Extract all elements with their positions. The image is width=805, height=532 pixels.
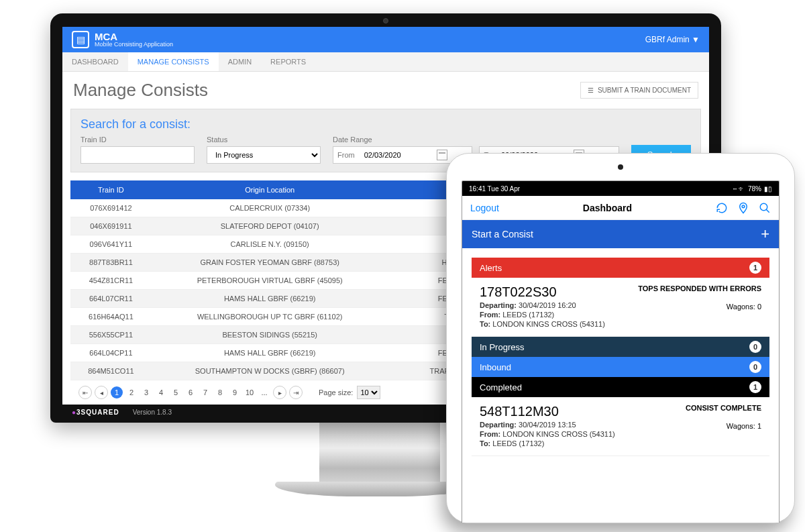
pager-page-7[interactable]: 7 — [199, 386, 211, 398]
pager-prev-button[interactable]: ◂ — [95, 386, 108, 399]
pager-last-button[interactable]: ⇥ — [289, 386, 303, 399]
date-from-input[interactable] — [359, 147, 433, 163]
pager-page-10[interactable]: 10 — [244, 386, 256, 398]
location-icon[interactable] — [737, 202, 749, 214]
section-inbound-label: Inbound — [480, 362, 511, 372]
completed-from: LONDON KINGS CROSS (54311) — [502, 430, 615, 438]
from-label: From — [337, 151, 355, 159]
refresh-icon[interactable] — [716, 202, 728, 214]
completed-departing: 30/04/2019 13:15 — [519, 421, 576, 429]
svg-point-0 — [742, 205, 745, 207]
from-label: From: — [480, 311, 500, 319]
wagons-label: Wagons: — [727, 422, 755, 430]
departing-label: Departing: — [480, 301, 517, 309]
search-icon[interactable] — [759, 202, 771, 214]
completed-card[interactable]: 548T112M30 CONSIST COMPLETE Departing: 3… — [472, 397, 769, 456]
pager-page-5[interactable]: 5 — [170, 386, 182, 398]
pager-page-1[interactable]: 1 — [111, 386, 123, 398]
completed-train-id: 548T112M30 — [480, 404, 559, 419]
pager-page-9[interactable]: 9 — [229, 386, 241, 398]
page-title: Manage Consists — [73, 80, 208, 101]
logout-button[interactable]: Logout — [470, 203, 499, 213]
col-header[interactable]: Train ID — [70, 180, 152, 199]
ios-status-bar: 16:41 Tue 30 Apr ⋯ ᯤ 78% ▮▯ — [462, 181, 779, 196]
pager-page-4[interactable]: 4 — [155, 386, 167, 398]
monitor-stand — [319, 421, 440, 488]
pager-page-...[interactable]: ... — [258, 386, 270, 398]
table-cell: 556X55CP11 — [70, 326, 152, 344]
tab-admin[interactable]: ADMIN — [219, 52, 261, 71]
svg-point-1 — [760, 203, 767, 211]
clipboard-icon: ▤ — [72, 31, 89, 48]
alert-train-id: 178T022S30 — [480, 284, 557, 300]
table-cell: SOUTHAMPTON W DOCKS (GBRF) (86607) — [152, 362, 388, 380]
app-header: ▤ MCA Mobile Consisting Application GBRf… — [62, 27, 709, 52]
tabbar: DASHBOARDMANAGE CONSISTSADMINREPORTS — [62, 52, 709, 72]
version-label: Version 1.8.3 — [133, 409, 172, 416]
wifi-icon: ⋯ ᯤ — [733, 185, 745, 193]
pager-page-8[interactable]: 8 — [214, 386, 226, 398]
section-alerts-label: Alerts — [480, 263, 502, 273]
alert-card[interactable]: 178T022S30 TOPS RESPONDED WITH ERRORS De… — [472, 278, 769, 337]
tab-dashboard[interactable]: DASHBOARD — [62, 52, 128, 71]
table-cell: SLATEFORD DEPOT (04107) — [152, 217, 388, 235]
pager-page-2[interactable]: 2 — [125, 386, 138, 398]
page-size-select[interactable]: 10 — [357, 386, 380, 399]
brand-3squared: ●3SQUARED — [72, 409, 119, 416]
pager-page-6[interactable]: 6 — [184, 386, 197, 398]
document-icon: ☰ — [588, 87, 594, 94]
col-header[interactable]: Origin Location — [152, 180, 388, 199]
start-consist-button[interactable]: Start a Consist + — [462, 220, 779, 248]
table-cell: 887T83BR11 — [70, 254, 152, 272]
nav-title: Dashboard — [583, 203, 632, 213]
table-cell: CARLISLE N.Y. (09150) — [152, 235, 388, 254]
departing-label: Departing: — [480, 421, 517, 429]
section-alerts[interactable]: Alerts 1 — [472, 258, 769, 278]
table-cell: BEESTON SIDINGS (55215) — [152, 326, 388, 344]
user-menu[interactable]: GBRf Admin ▼ — [645, 35, 700, 44]
mobile-body: Alerts 1 178T022S30 TOPS RESPONDED WITH … — [462, 248, 779, 466]
table-cell: 096V641Y11 — [70, 235, 152, 254]
pager-next-button[interactable]: ▸ — [273, 386, 286, 399]
table-cell: 664L04CP11 — [70, 344, 152, 362]
inbound-badge: 0 — [749, 361, 761, 373]
section-inprogress[interactable]: In Progress 0 — [472, 337, 769, 357]
section-completed-label: Completed — [480, 382, 522, 392]
pager-page-3[interactable]: 3 — [140, 386, 152, 398]
ios-navbar: Logout Dashboard — [462, 196, 779, 220]
monitor-camera — [383, 18, 388, 23]
tab-manage-consists[interactable]: MANAGE CONSISTS — [128, 52, 219, 71]
completed-wagons: 1 — [757, 422, 761, 430]
alert-status: TOPS RESPONDED WITH ERRORS — [638, 284, 761, 292]
status-time: 16:41 Tue 30 Apr — [469, 185, 520, 193]
to-label: To: — [480, 439, 490, 447]
table-cell: 076X691412 — [70, 199, 152, 217]
calendar-icon[interactable] — [437, 150, 447, 160]
train-id-input[interactable] — [80, 146, 195, 164]
table-cell: 616H64AQ11 — [70, 308, 152, 326]
svg-line-2 — [766, 209, 769, 213]
ipad-camera-row — [447, 154, 794, 180]
table-cell: HAMS HALL GBRF (66219) — [152, 344, 388, 362]
section-inbound[interactable]: Inbound 0 — [472, 357, 769, 377]
start-consist-label: Start a Consist — [472, 229, 533, 240]
completed-status: CONSIST COMPLETE — [686, 404, 761, 412]
table-cell: 046X691911 — [70, 217, 152, 235]
submit-train-doc-button[interactable]: ☰ SUBMIT A TRAIN DOCUMENT — [580, 82, 698, 99]
section-completed[interactable]: Completed 1 — [472, 377, 769, 397]
to-label: To: — [480, 320, 490, 328]
app-title: MCA — [95, 32, 173, 42]
alert-wagons: 0 — [757, 303, 761, 311]
alert-departing: 30/04/2019 16:20 — [519, 301, 576, 309]
daterange-label: Date Range — [333, 136, 619, 144]
wagons-label: Wagons: — [727, 303, 755, 311]
inprogress-badge: 0 — [749, 341, 761, 353]
alert-to: LONDON KINGS CROSS (54311) — [492, 320, 605, 328]
tab-reports[interactable]: REPORTS — [261, 52, 315, 71]
ipad-frame: 16:41 Tue 30 Apr ⋯ ᯤ 78% ▮▯ Logout Dashb… — [446, 153, 795, 523]
pager-first-button[interactable]: ⇤ — [78, 386, 92, 399]
table-cell: 664L07CR11 — [70, 290, 152, 308]
status-select[interactable]: In Progress — [207, 146, 321, 164]
table-cell: HAMS HALL GBRF (66219) — [152, 290, 388, 308]
table-cell: 454Z81CR11 — [70, 272, 152, 290]
